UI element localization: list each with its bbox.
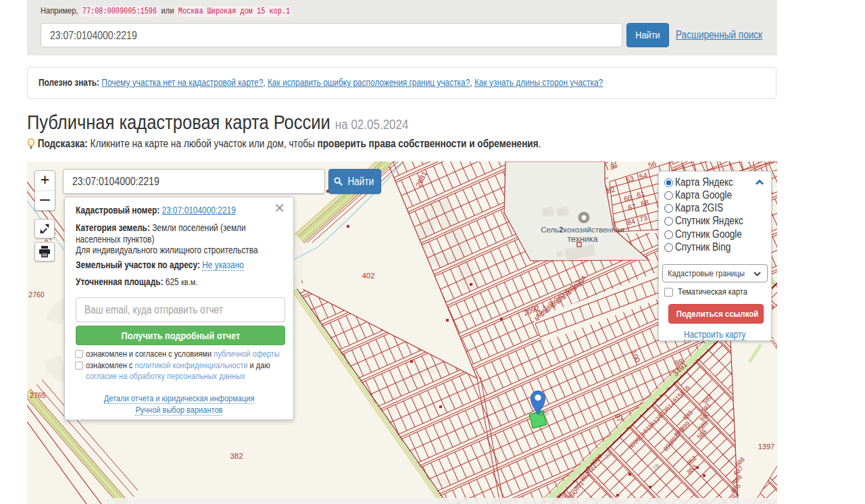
svg-text:402: 402: [362, 272, 374, 280]
svg-text:1397: 1397: [758, 443, 774, 451]
svg-text:Сель2кохозяйственная: Сель2кохозяйственная: [541, 226, 624, 234]
svg-text:техника: техника: [567, 234, 597, 244]
svg-text:2765: 2765: [30, 391, 46, 399]
svg-text:382: 382: [230, 452, 243, 460]
svg-text:2760: 2760: [28, 291, 45, 299]
